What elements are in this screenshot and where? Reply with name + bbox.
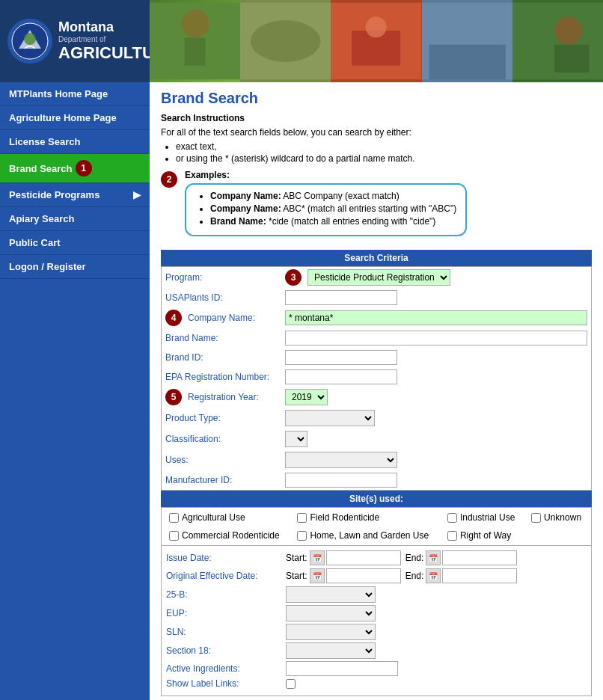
orig-effective-row: Original Effective Date: Start: 📅 End: 📅: [166, 568, 587, 583]
issue-date-label: Issue Date:: [166, 553, 286, 563]
start-label-2: Start:: [286, 571, 307, 581]
program-select[interactable]: Pesticide Product Registration: [307, 269, 450, 286]
search-form: Search Criteria Program: 3 Pesticide Pro…: [161, 250, 592, 700]
field-rodenticide-checkbox[interactable]: [297, 513, 307, 523]
svg-point-1: [24, 33, 36, 45]
svg-point-9: [366, 16, 387, 37]
page-title: Brand Search: [161, 90, 592, 107]
classification-row: Classification:: [162, 429, 592, 449]
search-criteria-header: Search Criteria: [161, 250, 592, 266]
orig-start-input[interactable]: [326, 568, 401, 583]
issue-end-input[interactable]: [442, 550, 517, 565]
svg-point-3: [181, 10, 209, 37]
agricultural-use-label[interactable]: Agricultural Use: [169, 512, 284, 523]
example-3: Brand Name: *cide (match all entries end…: [210, 216, 456, 227]
right-of-way-text: Right of Way: [460, 530, 511, 541]
usaplants-label: USAPlants ID:: [162, 288, 282, 307]
issue-end-cal[interactable]: 📅: [426, 550, 441, 565]
svg-rect-11: [429, 45, 506, 80]
instructions-text: For all of the text search fields below,…: [161, 127, 592, 138]
sidebar-item-public-cart[interactable]: Public Cart: [0, 231, 150, 255]
uses-select[interactable]: [285, 452, 397, 468]
section18-select[interactable]: [286, 642, 376, 659]
header-images: [150, 0, 603, 82]
header: Montana Department of AGRICULTURE: [0, 0, 603, 82]
sln-select[interactable]: [286, 624, 376, 640]
eup-select[interactable]: [286, 605, 376, 621]
svg-rect-14: [554, 45, 590, 73]
25b-row: 25-B:: [166, 586, 587, 603]
industrial-use-text: Industrial Use: [460, 512, 515, 523]
svg-rect-4: [185, 37, 206, 65]
header-img-2: [240, 0, 331, 82]
25b-select[interactable]: [286, 586, 376, 603]
sidebar-item-apiary-search[interactable]: Apiary Search: [0, 207, 150, 231]
sidebar-item-agriculture-home[interactable]: Agriculture Home Page: [0, 106, 150, 130]
sidebar-item-brand-search[interactable]: Brand Search 1: [0, 154, 150, 183]
field-rodenticide-label[interactable]: Field Rodenticide: [297, 512, 433, 523]
example-2: Company Name: ABC* (match all entries st…: [210, 203, 456, 214]
issue-start-cal[interactable]: 📅: [310, 550, 325, 565]
eup-label: EUP:: [166, 608, 286, 618]
company-name-label: 4 Company Name:: [162, 307, 281, 328]
home-lawn-checkbox[interactable]: [297, 531, 307, 541]
classification-label: Classification:: [162, 429, 282, 449]
unknown-checkbox[interactable]: [531, 513, 541, 523]
product-type-select[interactable]: [285, 410, 375, 426]
commercial-rodenticide-checkbox[interactable]: [169, 531, 179, 541]
unknown-label[interactable]: Unknown: [531, 512, 584, 523]
commercial-rodenticide-label[interactable]: Commercial Rodenticide: [169, 530, 284, 541]
sidebar-item-license-search[interactable]: License Search: [0, 130, 150, 154]
right-of-way-checkbox[interactable]: [447, 531, 457, 541]
orig-end-input[interactable]: [442, 568, 517, 583]
sites-header: Site(s) used:: [161, 491, 592, 507]
company-name-row: 4 Company Name:: [162, 307, 592, 328]
home-lawn-label[interactable]: Home, Lawn and Garden Use: [297, 530, 433, 541]
right-of-way-label[interactable]: Right of Way: [447, 530, 518, 541]
date-section: Issue Date: Start: 📅 End: 📅 Original Eff…: [161, 546, 592, 696]
manufacturer-id-label: Manufacturer ID:: [162, 470, 282, 491]
header-img-1: [150, 0, 240, 82]
show-label-links-checkbox[interactable]: [286, 679, 296, 689]
circle-1: 1: [76, 160, 92, 176]
sidebar-item-mtplants[interactable]: MTPlants Home Page: [0, 82, 150, 106]
program-row: Program: 3 Pesticide Product Registratio…: [162, 267, 592, 289]
classification-select[interactable]: [285, 431, 307, 447]
svg-point-13: [554, 16, 582, 44]
form-table: Program: 3 Pesticide Product Registratio…: [161, 266, 592, 491]
brand-id-input[interactable]: [285, 350, 397, 365]
reg-year-select[interactable]: 2019 2018 2020: [285, 389, 328, 405]
orig-start-cal[interactable]: 📅: [310, 568, 325, 583]
start-label-1: Start:: [286, 553, 307, 563]
instructions-bullets: exact text, or using the * (asterisk) wi…: [161, 141, 592, 164]
end-label-2: End:: [405, 571, 424, 581]
agricultural-use-checkbox[interactable]: [169, 513, 179, 523]
epa-reg-row: EPA Registration Number:: [162, 367, 592, 387]
agricultural-use-text: Agricultural Use: [182, 512, 245, 523]
arrow-icon: ▶: [133, 189, 141, 200]
program-label: Program:: [162, 267, 282, 289]
issue-start-input[interactable]: [326, 550, 401, 565]
manufacturer-id-input[interactable]: [285, 473, 397, 488]
home-lawn-text: Home, Lawn and Garden Use: [310, 530, 429, 541]
brand-name-input[interactable]: [285, 331, 587, 346]
sidebar-item-pesticide-programs[interactable]: Pesticide Programs ▶: [0, 183, 150, 207]
usaplants-input[interactable]: [285, 290, 397, 305]
svg-point-6: [251, 20, 320, 62]
instructions-title: Search Instructions: [161, 113, 592, 123]
company-name-input[interactable]: [285, 310, 587, 325]
orig-end-cal[interactable]: 📅: [426, 568, 441, 583]
industrial-use-checkbox[interactable]: [447, 513, 457, 523]
epa-reg-input[interactable]: [285, 369, 397, 384]
active-ingredients-input[interactable]: [286, 661, 398, 676]
sites-table: Agricultural Use Field Rodenticide Indus…: [161, 507, 592, 546]
brand-name-row: Brand Name:: [162, 328, 592, 348]
industrial-use-label[interactable]: Industrial Use: [447, 512, 518, 523]
brand-id-row: Brand ID:: [162, 348, 592, 367]
main-layout: MTPlants Home Page Agriculture Home Page…: [0, 82, 603, 700]
reg-year-label: 5 Registration Year:: [162, 387, 281, 408]
uses-label: Uses:: [162, 449, 282, 470]
active-ingredients-label: Active Ingredients:: [166, 663, 286, 674]
sidebar-item-logon-register[interactable]: Logon / Register: [0, 255, 150, 279]
sln-label: SLN:: [166, 627, 286, 637]
